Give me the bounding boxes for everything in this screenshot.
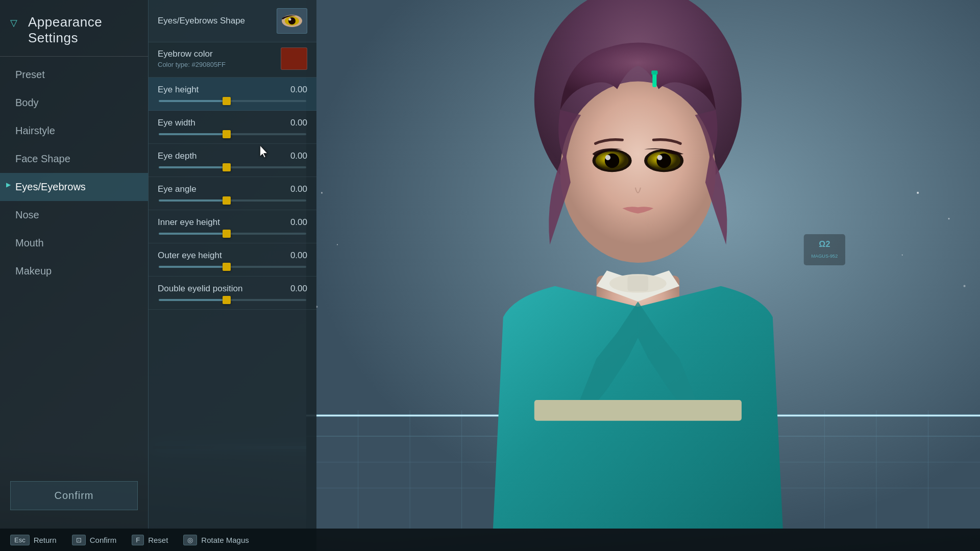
- slider-fill: [159, 100, 227, 102]
- sidebar-item-mouth[interactable]: Mouth: [0, 229, 148, 257]
- svg-point-40: [964, 285, 966, 287]
- slider-header: Eye width 0.00: [158, 118, 307, 128]
- sidebar-item-face-shape[interactable]: Face Shape: [0, 145, 148, 173]
- slider-outer-eye-height[interactable]: Outer eye height 0.00: [149, 243, 316, 277]
- slider-thumb[interactable]: [223, 196, 231, 205]
- slider-thumb[interactable]: [223, 263, 231, 271]
- slider-value: 0.00: [290, 151, 307, 161]
- slider-fill: [159, 266, 227, 268]
- slider-name: Eye depth: [158, 151, 197, 161]
- triangle-icon: ▽: [10, 17, 17, 29]
- slider-eye-angle[interactable]: Eye angle 0.00: [149, 177, 316, 210]
- slider-header: Eye angle 0.00: [158, 184, 307, 194]
- shape-preview: [277, 8, 307, 34]
- slider-track[interactable]: [159, 199, 306, 202]
- slider-name: Eye height: [158, 85, 199, 95]
- slider-eye-height[interactable]: Eye height 0.00: [149, 78, 316, 111]
- character-viewport: Ω2 MAGUS-952: [306, 0, 980, 529]
- svg-point-21: [560, 82, 716, 263]
- sidebar-item-hairstyle[interactable]: Hairstyle: [0, 117, 148, 145]
- svg-rect-30: [652, 72, 656, 87]
- sidebar-item-eyes-eyebrows[interactable]: Eyes/Eyebrows: [0, 173, 148, 201]
- shape-item[interactable]: Eyes/Eyebrows Shape: [149, 0, 316, 42]
- svg-point-37: [917, 192, 919, 194]
- character-svg: Ω2 MAGUS-952: [306, 0, 980, 529]
- svg-rect-34: [804, 234, 845, 265]
- svg-rect-33: [628, 276, 649, 291]
- color-item[interactable]: Eyebrow color Color type: #290805FF: [149, 42, 316, 78]
- slider-name: Outer eye height: [158, 251, 222, 261]
- slider-track[interactable]: [159, 299, 306, 301]
- slider-track[interactable]: [159, 133, 306, 135]
- slider-name: Double eyelid position: [158, 284, 242, 294]
- slider-track[interactable]: [159, 233, 306, 235]
- color-swatch[interactable]: [281, 47, 307, 70]
- slider-value: 0.00: [290, 251, 307, 261]
- slider-track[interactable]: [159, 100, 306, 102]
- nav-list: Preset Body Hairstyle Face Shape Eyes/Ey…: [0, 57, 148, 289]
- slider-thumb[interactable]: [223, 130, 231, 138]
- slider-fill: [159, 199, 227, 202]
- svg-point-38: [948, 218, 950, 219]
- slider-track[interactable]: [159, 166, 306, 168]
- slider-fill: [159, 166, 227, 168]
- slider-name: Inner eye height: [158, 217, 220, 228]
- svg-point-42: [337, 244, 338, 245]
- slider-value: 0.00: [290, 184, 307, 194]
- sidebar-item-preset[interactable]: Preset: [0, 61, 148, 89]
- page-title: Appearance Settings: [28, 14, 102, 45]
- slider-fill: [159, 299, 227, 301]
- slider-name: Eye angle: [158, 184, 197, 194]
- eye-preview-svg: [278, 9, 306, 33]
- svg-point-29: [657, 155, 662, 160]
- slider-header: Eye depth 0.00: [158, 151, 307, 161]
- slider-thumb[interactable]: [223, 163, 231, 171]
- svg-rect-20: [534, 400, 742, 421]
- slider-header: Inner eye height 0.00: [158, 217, 307, 228]
- slider-thumb[interactable]: [223, 230, 231, 238]
- slider-value: 0.00: [290, 85, 307, 95]
- slider-eye-width[interactable]: Eye width 0.00: [149, 111, 316, 144]
- left-panel: ▽ Appearance Settings Preset Body Hairst…: [0, 0, 148, 551]
- svg-text:Ω2: Ω2: [819, 239, 830, 248]
- confirm-button[interactable]: Confirm: [10, 481, 138, 510]
- title-area: ▽ Appearance Settings: [0, 0, 148, 57]
- slider-header: Outer eye height 0.00: [158, 251, 307, 261]
- color-info: Eyebrow color Color type: #290805FF: [158, 49, 226, 68]
- slider-thumb[interactable]: [223, 97, 231, 105]
- sidebar-item-nose[interactable]: Nose: [0, 201, 148, 229]
- svg-text:MAGUS-952: MAGUS-952: [812, 254, 838, 259]
- sidebar-item-body[interactable]: Body: [0, 89, 148, 117]
- slider-fill: [159, 133, 227, 135]
- slider-value: 0.00: [290, 217, 307, 228]
- slider-header: Double eyelid position 0.00: [158, 284, 307, 294]
- slider-thumb[interactable]: [223, 296, 231, 304]
- svg-point-39: [902, 255, 903, 256]
- svg-point-41: [321, 192, 323, 193]
- slider-track[interactable]: [159, 266, 306, 268]
- slider-inner-eye-height[interactable]: Inner eye height 0.00: [149, 210, 316, 243]
- slider-value: 0.00: [290, 284, 307, 294]
- slider-fill: [159, 233, 227, 235]
- svg-point-48: [289, 18, 291, 21]
- slider-eye-depth[interactable]: Eye depth 0.00: [149, 144, 316, 177]
- sidebar-item-makeup[interactable]: Makeup: [0, 257, 148, 285]
- svg-rect-31: [651, 70, 657, 74]
- slider-value: 0.00: [290, 118, 307, 128]
- svg-point-25: [605, 155, 610, 160]
- shape-label: Eyes/Eyebrows Shape: [158, 16, 245, 26]
- slider-double-eyelid[interactable]: Double eyelid position 0.00: [149, 277, 316, 310]
- color-type: Color type: #290805FF: [158, 61, 226, 68]
- right-panel: Eyes/Eyebrows Shape Eyebrow color Color …: [148, 0, 316, 551]
- color-label: Eyebrow color: [158, 49, 226, 59]
- slider-name: Eye width: [158, 118, 195, 128]
- slider-header: Eye height 0.00: [158, 85, 307, 95]
